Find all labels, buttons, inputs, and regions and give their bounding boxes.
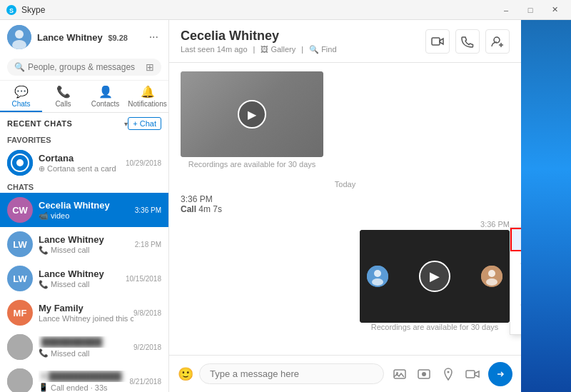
- chat-time: 8/21/2018: [130, 378, 162, 386]
- user-header: Lance Whitney $9.28 ···: [0, 20, 168, 54]
- chat-header-info: Cecelia Whitney Last seen 14m ago | 🖼 Ga…: [181, 29, 425, 54]
- phone-icon: 📞: [39, 280, 49, 289]
- separator: |: [253, 45, 256, 54]
- call-duration: 4m 7s: [198, 204, 222, 214]
- skype-icon: S: [6, 4, 17, 16]
- search-input[interactable]: [28, 62, 141, 72]
- tab-notifications[interactable]: 🔔 Notifications: [126, 81, 168, 112]
- chat-actions: [425, 29, 510, 54]
- chat-preview: Lance Whitney joined this co...: [39, 314, 133, 323]
- svg-text:S: S: [9, 7, 14, 14]
- find-link[interactable]: 🔍 Find: [309, 45, 336, 54]
- cortana-preview: ⊕ Cortana sent a card: [39, 164, 126, 174]
- list-item[interactable]: ██████████ 📞 Missed call 9/2/2018: [0, 330, 168, 364]
- avatar: CW: [7, 197, 33, 223]
- chat-info: + ████████████ 📱 Call ended · 33s: [39, 371, 130, 392]
- sidebar: Lance Whitney $9.28 ··· 🔍 ⊞ 💬 Chats 📞 Ca…: [0, 20, 169, 392]
- save-to-downloads-item[interactable]: Save to "Downloads": [510, 228, 521, 251]
- avatar: [7, 25, 31, 49]
- svg-point-9: [7, 368, 33, 392]
- media-button[interactable]: [414, 364, 434, 384]
- message-input[interactable]: [199, 363, 384, 384]
- participant-avatar-2: [481, 266, 502, 287]
- avatar: LW: [7, 266, 33, 291]
- tab-calls[interactable]: 📞 Calls: [42, 81, 84, 112]
- image-button[interactable]: [390, 364, 410, 384]
- cortana-info: Cortana ⊕ Cortana sent a card: [39, 153, 126, 174]
- recording-note: Recordings are available for 30 days: [181, 160, 323, 169]
- select-messages-item[interactable]: Select Messages: [510, 293, 521, 313]
- chats-icon: 💬: [14, 85, 29, 99]
- list-item[interactable]: LW Lance Whitney 📞 Missed call 10/15/201…: [0, 261, 168, 296]
- chat-preview: 📞 Missed call: [39, 246, 135, 255]
- chat-header-meta: Last seen 14m ago | 🖼 Gallery | 🔍 Find: [181, 45, 425, 54]
- contact-name: Cecelia Whitney: [181, 29, 425, 44]
- svg-point-22: [422, 372, 426, 376]
- search-icon: 🔍: [14, 62, 25, 72]
- list-item[interactable]: CW Cecelia Whitney 📹 video 3:36 PM: [0, 193, 168, 227]
- more-button[interactable]: ···: [146, 28, 161, 46]
- play-button[interactable]: ▶: [238, 100, 266, 129]
- grid-icon[interactable]: ⊞: [146, 61, 154, 73]
- chats-label: CHATS: [0, 180, 168, 193]
- add-contact-button[interactable]: [485, 29, 510, 54]
- gallery-link[interactable]: 🖼 Gallery: [261, 45, 295, 54]
- notifications-icon: 🔔: [141, 85, 155, 99]
- svg-point-3: [15, 30, 24, 39]
- video-call-button[interactable]: [425, 29, 450, 54]
- list-item[interactable]: MF My Family Lance Whitney joined this c…: [0, 296, 168, 330]
- svg-point-23: [448, 371, 450, 373]
- message-row-right: 3:36 PM ▶: [181, 220, 510, 337]
- minimize-button[interactable]: –: [495, 3, 517, 17]
- svg-point-8: [7, 334, 33, 360]
- new-chat-button[interactable]: + Chat: [128, 117, 161, 130]
- video-thumbnail[interactable]: ▶: [181, 71, 323, 157]
- chat-name: Lance Whitney: [39, 234, 135, 245]
- save-as-item[interactable]: Save as...: [510, 251, 521, 272]
- chat-info: Lance Whitney 📞 Missed call: [39, 268, 126, 289]
- app-title: Skype: [21, 5, 495, 15]
- call-info: 3:36 PM Call 4m 7s: [181, 194, 510, 214]
- chat-info: Cecelia Whitney 📹 video: [39, 200, 135, 221]
- svg-point-15: [372, 278, 383, 286]
- forward-item[interactable]: Forward: [510, 272, 521, 293]
- svg-point-18: [486, 278, 497, 286]
- svg-rect-24: [466, 371, 475, 378]
- list-item[interactable]: LW Lance Whitney 📞 Missed call 2:18 PM: [0, 227, 168, 261]
- cortana-time: 10/29/2018: [126, 159, 161, 167]
- chat-name: + ████████████: [39, 371, 130, 382]
- find-icon: 🔍: [309, 45, 319, 54]
- contacts-icon: 👤: [98, 85, 113, 99]
- tab-chats[interactable]: 💬 Chats: [0, 81, 42, 112]
- chat-time: 9/8/2018: [133, 309, 161, 317]
- chat-name: Cecelia Whitney: [39, 200, 135, 211]
- video-button[interactable]: [463, 364, 482, 384]
- list-item[interactable]: + ████████████ 📱 Call ended · 33s 8/21/2…: [0, 364, 168, 392]
- audio-call-button[interactable]: [455, 29, 480, 54]
- remove-item[interactable]: Remove: [510, 313, 521, 334]
- play-button-2[interactable]: ▶: [419, 261, 450, 292]
- app-body: Lance Whitney $9.28 ··· 🔍 ⊞ 💬 Chats 📞 Ca…: [0, 20, 571, 392]
- chat-main: Cecelia Whitney Last seen 14m ago | 🖼 Ga…: [169, 20, 521, 392]
- close-button[interactable]: ✕: [544, 3, 565, 17]
- tab-contacts[interactable]: 👤 Contacts: [84, 81, 126, 112]
- location-button[interactable]: [438, 364, 458, 384]
- video-thumbnail-2[interactable]: ▶: [360, 230, 510, 323]
- nav-tabs: 💬 Chats 📞 Calls 👤 Contacts 🔔 Notificatio…: [0, 81, 168, 113]
- send-button[interactable]: [488, 362, 512, 386]
- chat-info: Lance Whitney 📞 Missed call: [39, 234, 135, 255]
- emoji-button[interactable]: 🙂: [178, 366, 193, 382]
- tab-calls-label: Calls: [55, 100, 71, 108]
- input-actions: [390, 364, 482, 384]
- chat-time: 2:18 PM: [135, 241, 161, 248]
- separator2: |: [301, 45, 303, 54]
- call-time: 3:36 PM: [181, 194, 213, 204]
- chat-header: Cecelia Whitney Last seen 14m ago | 🖼 Ga…: [169, 20, 521, 63]
- card-icon: ⊕: [39, 164, 45, 174]
- svg-point-14: [374, 270, 381, 277]
- search-wrap: 🔍 ⊞: [7, 59, 161, 76]
- list-item[interactable]: Cortana ⊕ Cortana sent a card 10/29/2018: [0, 146, 168, 180]
- maximize-button[interactable]: □: [520, 3, 541, 17]
- user-name-balance: Lance Whitney $9.28: [37, 32, 146, 43]
- gallery-icon: 🖼: [261, 45, 268, 54]
